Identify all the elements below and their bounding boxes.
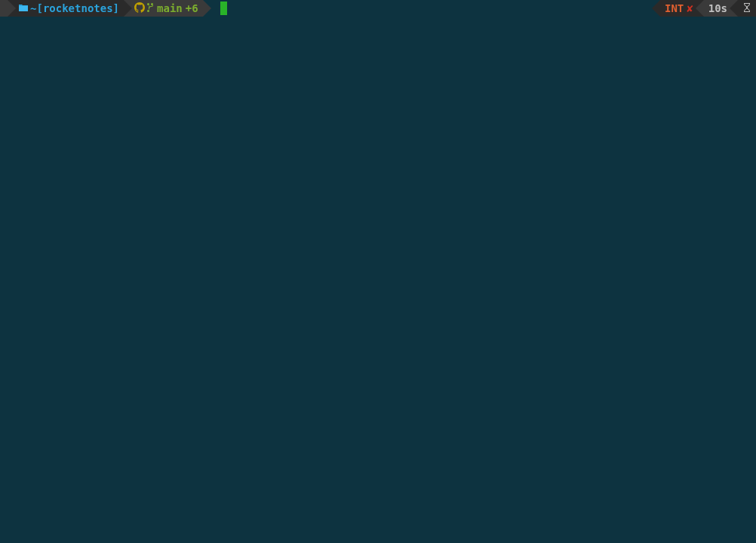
path-close-bracket: ] xyxy=(113,2,119,14)
separator-arrow xyxy=(652,0,660,17)
separator-arrow xyxy=(203,0,211,17)
github-icon xyxy=(134,2,145,15)
git-branch-icon xyxy=(146,2,154,15)
separator-arrow xyxy=(8,0,16,17)
git-changes-count: +6 xyxy=(186,2,198,14)
path-tilde: ~ xyxy=(30,2,36,14)
path-directory: rocketnotes xyxy=(43,2,113,14)
duration-text: 10s xyxy=(708,2,727,14)
os-segment xyxy=(0,0,8,17)
status-right: INT ✘ 10s xyxy=(652,0,756,17)
terminal-cursor[interactable] xyxy=(220,2,227,15)
separator-arrow xyxy=(696,0,704,17)
signal-mark-icon: ✘ xyxy=(687,2,693,14)
folder-icon xyxy=(18,2,29,14)
clock-segment xyxy=(738,0,756,17)
hourglass-icon xyxy=(742,2,751,15)
path-open-bracket: [ xyxy=(36,2,42,14)
signal-label: INT xyxy=(665,2,684,14)
separator-arrow xyxy=(730,0,738,17)
path-segment: ~ [ rocketnotes ] xyxy=(8,0,124,17)
terminal-prompt[interactable]: ~ [ rocketnotes ] main +6 INT ✘ 10s xyxy=(0,0,756,17)
git-branch-name: main xyxy=(157,2,183,14)
git-segment: main +6 xyxy=(124,0,203,17)
separator-arrow xyxy=(124,0,132,17)
